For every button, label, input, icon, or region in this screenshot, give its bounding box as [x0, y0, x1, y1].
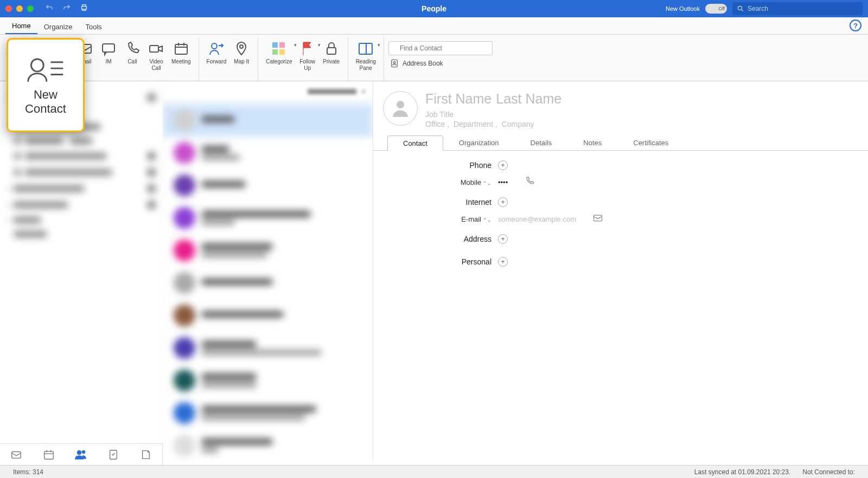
- svg-point-17: [31, 59, 43, 72]
- company-field[interactable]: Company: [502, 120, 534, 128]
- svg-rect-10: [279, 42, 285, 48]
- add-internet-button[interactable]: +: [498, 197, 508, 207]
- email-value[interactable]: someone@example.com: [498, 215, 576, 223]
- menu-bar: Home Organize Tools ?: [0, 17, 868, 35]
- status-last-synced: Last synced at 01.09.2021 20:23.: [694, 468, 790, 476]
- print-icon[interactable]: [79, 3, 89, 15]
- svg-point-16: [393, 62, 395, 64]
- new-outlook-label: New Outlook: [666, 5, 700, 12]
- private-button[interactable]: Private: [320, 39, 343, 66]
- svg-rect-12: [279, 49, 285, 55]
- bottom-navigation: [0, 443, 163, 465]
- tab-certificates[interactable]: Certificates: [617, 135, 684, 150]
- ribbon: New Items ▾ Delete Email IM Call Video C…: [0, 35, 868, 81]
- svg-rect-6: [175, 44, 187, 54]
- add-personal-button[interactable]: +: [498, 257, 508, 267]
- nav-calendar[interactable]: [42, 448, 56, 462]
- address-section-label: Address: [384, 235, 498, 243]
- contact-detail-pane: First Name Last Name Job Title Office , …: [373, 81, 868, 461]
- categorize-button[interactable]: Categorize ▾: [263, 39, 295, 66]
- office-field[interactable]: Office: [425, 120, 445, 128]
- tab-tools[interactable]: Tools: [79, 20, 108, 34]
- tab-contact[interactable]: Contact: [387, 135, 443, 151]
- tab-home[interactable]: Home: [5, 18, 37, 34]
- im-button[interactable]: IM: [97, 39, 120, 66]
- last-name-field[interactable]: Last Name: [496, 91, 561, 107]
- tab-details[interactable]: Details: [515, 135, 568, 150]
- svg-rect-9: [272, 42, 278, 48]
- help-button[interactable]: ?: [850, 20, 861, 31]
- address-book-button[interactable]: Address Book: [390, 59, 443, 68]
- mobile-type-selector[interactable]: Mobile⌃⌄: [384, 178, 498, 186]
- svg-point-8: [240, 45, 243, 48]
- new-contact-highlight[interactable]: New Contact: [7, 38, 85, 132]
- search-input[interactable]: [748, 5, 858, 12]
- meeting-button[interactable]: Meeting: [168, 39, 194, 66]
- svg-rect-4: [103, 44, 114, 52]
- tab-organization[interactable]: Organization: [443, 135, 515, 150]
- svg-point-7: [212, 43, 217, 49]
- tab-organize[interactable]: Organize: [37, 20, 79, 34]
- nav-notes[interactable]: [139, 448, 153, 462]
- svg-point-1: [738, 6, 742, 10]
- status-connection: Not Connected to:: [802, 468, 855, 476]
- add-address-button[interactable]: +: [498, 234, 508, 244]
- status-items-count: Items: 314: [13, 468, 43, 476]
- svg-point-18: [397, 101, 404, 108]
- svg-rect-11: [272, 49, 278, 55]
- person-icon: [389, 97, 412, 120]
- title-bar: People New Outlook Off: [0, 0, 868, 17]
- contact-avatar[interactable]: [383, 91, 418, 126]
- follow-up-button[interactable]: Follow Up ▾: [296, 39, 320, 72]
- contact-list: ▾: [163, 81, 373, 461]
- search-box[interactable]: [732, 2, 863, 15]
- search-icon: [737, 5, 744, 12]
- nav-tasks[interactable]: [106, 448, 120, 462]
- folder-sidebar: ▾ ▾ ▾ ▾ ▸: [0, 81, 163, 461]
- svg-point-23: [82, 450, 85, 453]
- first-name-field[interactable]: First Name: [425, 91, 492, 107]
- reading-pane-button[interactable]: Reading Pane ▾: [353, 39, 379, 72]
- mobile-value[interactable]: ••••: [498, 178, 508, 186]
- svg-rect-19: [593, 215, 602, 221]
- minimize-window-button[interactable]: [16, 5, 23, 12]
- map-it-button[interactable]: Map It: [229, 39, 253, 66]
- svg-rect-20: [12, 451, 21, 458]
- maximize-window-button[interactable]: [27, 5, 34, 12]
- window-title: People: [422, 4, 446, 13]
- phone-section-label: Phone: [384, 161, 498, 170]
- undo-icon[interactable]: [44, 3, 54, 15]
- svg-rect-0: [82, 7, 87, 9]
- personal-section-label: Personal: [384, 257, 498, 266]
- redo-icon[interactable]: [62, 3, 72, 15]
- close-window-button[interactable]: [5, 5, 12, 12]
- status-bar: Items: 314 Last synced at 01.09.2021 20:…: [0, 465, 868, 478]
- new-contact-icon: [25, 54, 66, 85]
- internet-section-label: Internet: [384, 198, 498, 206]
- svg-rect-21: [44, 451, 53, 459]
- email-type-selector[interactable]: E-mail⌃⌄: [384, 215, 498, 223]
- video-call-button[interactable]: Video Call: [144, 39, 168, 72]
- phone-action-icon[interactable]: [524, 176, 535, 189]
- window-controls: [5, 5, 34, 12]
- detail-tabs: Contact Organization Details Notes Certi…: [373, 135, 868, 151]
- nav-people[interactable]: [74, 448, 88, 462]
- call-button[interactable]: Call: [120, 39, 144, 66]
- svg-point-22: [78, 450, 81, 454]
- find-contact-input[interactable]: [388, 41, 493, 55]
- nav-mail[interactable]: [9, 448, 23, 462]
- email-action-icon[interactable]: [592, 212, 603, 225]
- job-title-field[interactable]: Job Title: [425, 110, 561, 119]
- svg-rect-13: [327, 48, 336, 54]
- svg-rect-5: [150, 46, 158, 52]
- department-field[interactable]: Department: [454, 120, 493, 128]
- forward-button[interactable]: Forward: [203, 39, 230, 66]
- add-phone-button[interactable]: +: [498, 160, 508, 170]
- new-outlook-toggle[interactable]: Off: [705, 4, 727, 14]
- tab-notes[interactable]: Notes: [567, 135, 617, 150]
- address-book-icon: [390, 59, 399, 68]
